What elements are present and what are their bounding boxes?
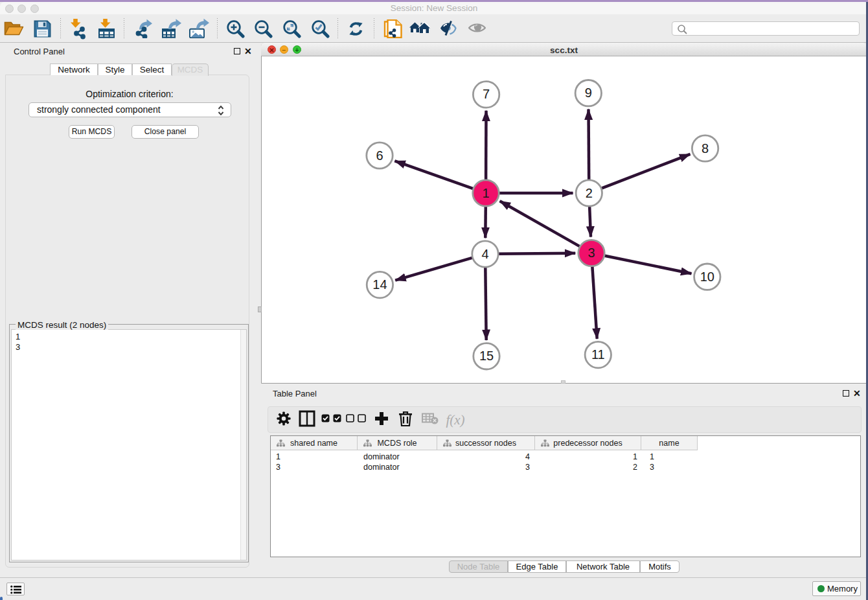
svg-text:15: 15 — [479, 349, 494, 363]
svg-text:11: 11 — [591, 347, 605, 362]
svg-text:4: 4 — [481, 247, 488, 261]
svg-text:6: 6 — [376, 148, 383, 163]
svg-text:9: 9 — [585, 86, 592, 100]
svg-text:8: 8 — [702, 141, 709, 156]
svg-text:14: 14 — [372, 277, 387, 292]
svg-text:1: 1 — [482, 186, 489, 200]
svg-text:3: 3 — [588, 246, 595, 260]
svg-text:2: 2 — [586, 186, 593, 200]
svg-text:10: 10 — [700, 270, 714, 284]
svg-text:7: 7 — [483, 87, 490, 101]
